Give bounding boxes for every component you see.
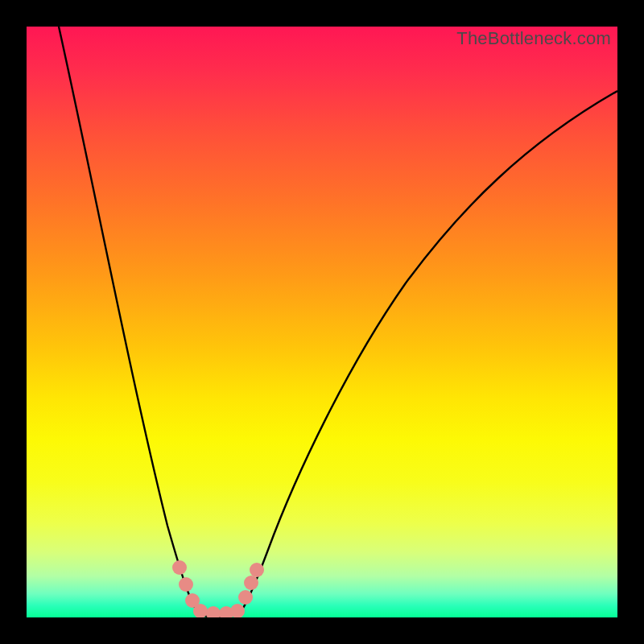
- data-marker: [172, 560, 187, 575]
- watermark-text: TheBottleneck.com: [456, 28, 611, 49]
- bottleneck-curve: [59, 27, 617, 617]
- chart-frame: TheBottleneck.com: [0, 0, 644, 644]
- data-marker: [179, 577, 193, 592]
- data-marker: [206, 606, 221, 617]
- marker-group: [172, 560, 264, 617]
- data-marker: [230, 604, 245, 617]
- curve-layer: [27, 27, 617, 617]
- plot-area: TheBottleneck.com: [27, 27, 617, 617]
- data-marker: [244, 576, 258, 590]
- data-marker: [238, 590, 253, 605]
- data-marker: [250, 563, 264, 577]
